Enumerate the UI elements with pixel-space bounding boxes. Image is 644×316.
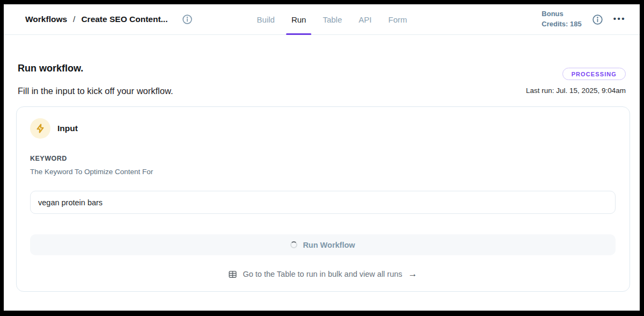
bonus-credits-line2: Credits: 185 [541,19,581,30]
tab-bar: Build Run Table API Form [257,4,407,34]
breadcrumb-workflows[interactable]: Workflows [25,15,67,24]
tab-form[interactable]: Form [388,4,407,34]
breadcrumb-separator: / [73,15,75,24]
tab-build[interactable]: Build [257,4,275,34]
input-section-title: Input [57,124,78,133]
overflow-menu-icon[interactable]: ••• [613,14,626,25]
breadcrumb-current-workflow: Create SEO Content... [81,15,167,24]
tab-run[interactable]: Run [291,4,306,34]
zap-icon [30,118,50,139]
hero-right: PROCESSING Last run: Jul. 15, 2025, 9:04… [526,68,626,95]
input-card: Input KEYWORD The Keyword To Optimize Co… [16,106,630,292]
keyword-field-label: KEYWORD [30,155,616,162]
status-badge: PROCESSING [562,68,626,80]
spinner-icon [290,241,297,248]
arrow-right-icon: → [408,269,418,279]
last-run-timestamp: Last run: Jul. 15, 2025, 9:04am [526,87,626,95]
credits-info-icon[interactable] [592,14,603,25]
run-workflow-button-label: Run Workflow [303,241,355,249]
run-hero: Run workflow. Fill in the input to kick … [18,63,626,97]
header-right-cluster: Bonus Credits: 185 ••• [541,9,626,30]
bonus-credits-line1: Bonus [541,9,581,19]
input-card-header: Input [30,118,616,139]
tab-table[interactable]: Table [323,4,342,34]
hero-left: Run workflow. Fill in the input to kick … [18,63,173,97]
go-to-table-link[interactable]: Go to the Table to run in bulk and view … [30,269,616,279]
breadcrumb: Workflows / Create SEO Content... [25,14,193,25]
page-title: Run workflow. [18,63,173,74]
bonus-credits: Bonus Credits: 185 [541,9,581,30]
app-window: Workflows / Create SEO Content... Build … [4,4,640,311]
top-bar: Workflows / Create SEO Content... Build … [4,4,640,35]
tab-api[interactable]: API [358,4,371,34]
table-icon [228,270,237,279]
keyword-field-description: The Keyword To Optimize Content For [30,168,616,176]
workflow-info-icon[interactable] [182,14,193,25]
page-subtitle: Fill in the input to kick off your workf… [18,85,173,97]
keyword-input[interactable] [30,191,616,214]
go-to-table-link-label: Go to the Table to run in bulk and view … [243,270,402,278]
run-workflow-button[interactable]: Run Workflow [30,234,616,255]
